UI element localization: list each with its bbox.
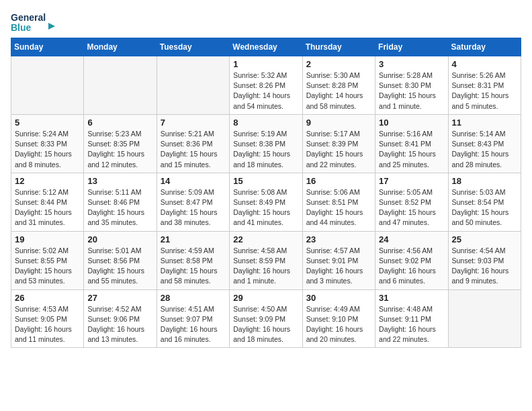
calendar-cell: 4Sunrise: 5:26 AM Sunset: 8:31 PM Daylig… [448, 56, 521, 115]
day-info: Sunrise: 5:17 AM Sunset: 8:39 PM Dayligh… [306, 129, 371, 170]
calendar-header-row: SundayMondayTuesdayWednesdayThursdayFrid… [11, 38, 521, 56]
day-number: 17 [379, 176, 444, 186]
day-info: Sunrise: 4:59 AM Sunset: 8:58 PM Dayligh… [161, 246, 226, 287]
calendar-cell: 20Sunrise: 5:01 AM Sunset: 8:56 PM Dayli… [84, 231, 157, 289]
day-number: 5 [15, 118, 80, 128]
calendar-cell: 16Sunrise: 5:06 AM Sunset: 8:51 PM Dayli… [302, 173, 375, 231]
calendar-cell: 12Sunrise: 5:12 AM Sunset: 8:44 PM Dayli… [11, 173, 84, 231]
day-info: Sunrise: 5:06 AM Sunset: 8:51 PM Dayligh… [306, 187, 371, 228]
day-number: 2 [306, 59, 371, 69]
calendar-week-row: 5Sunrise: 5:24 AM Sunset: 8:33 PM Daylig… [11, 114, 521, 173]
calendar-cell: 2Sunrise: 5:30 AM Sunset: 8:28 PM Daylig… [302, 56, 375, 115]
svg-text:General: General [11, 12, 46, 23]
day-info: Sunrise: 5:09 AM Sunset: 8:47 PM Dayligh… [161, 187, 226, 228]
day-info: Sunrise: 4:51 AM Sunset: 9:07 PM Dayligh… [161, 304, 226, 345]
calendar-week-row: 12Sunrise: 5:12 AM Sunset: 8:44 PM Dayli… [11, 173, 521, 231]
day-info: Sunrise: 5:05 AM Sunset: 8:52 PM Dayligh… [379, 187, 444, 228]
day-number: 29 [233, 293, 298, 303]
calendar-cell: 5Sunrise: 5:24 AM Sunset: 8:33 PM Daylig… [11, 114, 84, 173]
day-number: 18 [452, 176, 517, 186]
day-info: Sunrise: 5:08 AM Sunset: 8:49 PM Dayligh… [233, 187, 298, 228]
calendar-cell: 15Sunrise: 5:08 AM Sunset: 8:49 PM Dayli… [230, 173, 302, 231]
svg-marker-2 [48, 23, 55, 30]
calendar-cell: 6Sunrise: 5:23 AM Sunset: 8:35 PM Daylig… [84, 114, 157, 173]
day-number: 28 [161, 293, 226, 303]
day-header-tuesday: Tuesday [157, 38, 229, 56]
calendar-cell: 28Sunrise: 4:51 AM Sunset: 9:07 PM Dayli… [157, 289, 229, 348]
day-number: 1 [233, 59, 298, 69]
day-info: Sunrise: 5:11 AM Sunset: 8:46 PM Dayligh… [87, 187, 152, 228]
day-header-sunday: Sunday [11, 38, 84, 56]
day-header-thursday: Thursday [302, 38, 375, 56]
day-info: Sunrise: 4:57 AM Sunset: 9:01 PM Dayligh… [306, 246, 371, 287]
calendar-cell: 30Sunrise: 4:49 AM Sunset: 9:10 PM Dayli… [302, 289, 375, 348]
day-number: 6 [87, 118, 152, 128]
day-info: Sunrise: 5:30 AM Sunset: 8:28 PM Dayligh… [306, 71, 371, 111]
calendar-week-row: 19Sunrise: 5:02 AM Sunset: 8:55 PM Dayli… [11, 231, 521, 289]
day-header-wednesday: Wednesday [230, 38, 302, 56]
calendar-cell: 23Sunrise: 4:57 AM Sunset: 9:01 PM Dayli… [302, 231, 375, 289]
day-info: Sunrise: 5:03 AM Sunset: 8:54 PM Dayligh… [452, 187, 517, 228]
day-number: 12 [15, 176, 80, 186]
day-number: 16 [306, 176, 371, 186]
day-number: 7 [161, 118, 226, 128]
day-info: Sunrise: 4:54 AM Sunset: 9:03 PM Dayligh… [452, 246, 517, 287]
day-number: 24 [379, 234, 444, 244]
calendar-cell [448, 289, 521, 348]
day-info: Sunrise: 5:32 AM Sunset: 8:26 PM Dayligh… [233, 71, 298, 111]
day-info: Sunrise: 4:53 AM Sunset: 9:05 PM Dayligh… [15, 304, 80, 345]
calendar-cell: 18Sunrise: 5:03 AM Sunset: 8:54 PM Dayli… [448, 173, 521, 231]
calendar-cell: 26Sunrise: 4:53 AM Sunset: 9:05 PM Dayli… [11, 289, 84, 348]
day-number: 25 [452, 234, 517, 244]
day-number: 8 [233, 118, 298, 128]
calendar-week-row: 26Sunrise: 4:53 AM Sunset: 9:05 PM Dayli… [11, 289, 521, 348]
calendar-cell: 27Sunrise: 4:52 AM Sunset: 9:06 PM Dayli… [84, 289, 157, 348]
day-info: Sunrise: 4:49 AM Sunset: 9:10 PM Dayligh… [306, 304, 371, 345]
day-info: Sunrise: 5:14 AM Sunset: 8:43 PM Dayligh… [452, 129, 517, 170]
day-number: 14 [161, 176, 226, 186]
day-header-saturday: Saturday [448, 38, 521, 56]
calendar-cell: 31Sunrise: 4:48 AM Sunset: 9:11 PM Dayli… [375, 289, 448, 348]
calendar-cell [84, 56, 157, 115]
calendar-cell: 19Sunrise: 5:02 AM Sunset: 8:55 PM Dayli… [11, 231, 84, 289]
day-info: Sunrise: 5:16 AM Sunset: 8:41 PM Dayligh… [379, 129, 444, 170]
calendar-cell: 13Sunrise: 5:11 AM Sunset: 8:46 PM Dayli… [84, 173, 157, 231]
day-number: 3 [379, 59, 444, 69]
calendar-cell: 17Sunrise: 5:05 AM Sunset: 8:52 PM Dayli… [375, 173, 448, 231]
day-info: Sunrise: 5:12 AM Sunset: 8:44 PM Dayligh… [15, 187, 80, 228]
day-info: Sunrise: 5:24 AM Sunset: 8:33 PM Dayligh… [15, 129, 80, 170]
day-info: Sunrise: 5:02 AM Sunset: 8:55 PM Dayligh… [15, 246, 80, 287]
day-info: Sunrise: 4:48 AM Sunset: 9:11 PM Dayligh… [379, 304, 444, 345]
calendar-cell: 24Sunrise: 4:56 AM Sunset: 9:02 PM Dayli… [375, 231, 448, 289]
day-info: Sunrise: 4:50 AM Sunset: 9:09 PM Dayligh… [233, 304, 298, 345]
day-number: 22 [233, 234, 298, 244]
page-header: GeneralBlue [11, 11, 521, 35]
day-number: 20 [87, 234, 152, 244]
calendar-cell: 8Sunrise: 5:19 AM Sunset: 8:38 PM Daylig… [230, 114, 302, 173]
day-info: Sunrise: 5:26 AM Sunset: 8:31 PM Dayligh… [452, 71, 517, 111]
calendar-cell: 10Sunrise: 5:16 AM Sunset: 8:41 PM Dayli… [375, 114, 448, 173]
calendar-cell: 29Sunrise: 4:50 AM Sunset: 9:09 PM Dayli… [230, 289, 302, 348]
day-info: Sunrise: 4:58 AM Sunset: 8:59 PM Dayligh… [233, 246, 298, 287]
calendar-cell: 22Sunrise: 4:58 AM Sunset: 8:59 PM Dayli… [230, 231, 302, 289]
calendar-cell: 25Sunrise: 4:54 AM Sunset: 9:03 PM Dayli… [448, 231, 521, 289]
day-number: 23 [306, 234, 371, 244]
calendar-cell [157, 56, 229, 115]
day-number: 15 [233, 176, 298, 186]
calendar-cell: 14Sunrise: 5:09 AM Sunset: 8:47 PM Dayli… [157, 173, 229, 231]
day-number: 21 [161, 234, 226, 244]
day-number: 27 [87, 293, 152, 303]
day-number: 26 [15, 293, 80, 303]
day-number: 11 [452, 118, 517, 128]
calendar-week-row: 1Sunrise: 5:32 AM Sunset: 8:26 PM Daylig… [11, 56, 521, 115]
calendar-cell: 21Sunrise: 4:59 AM Sunset: 8:58 PM Dayli… [157, 231, 229, 289]
day-info: Sunrise: 4:56 AM Sunset: 9:02 PM Dayligh… [379, 246, 444, 287]
calendar-table: SundayMondayTuesdayWednesdayThursdayFrid… [11, 38, 521, 348]
calendar-cell: 7Sunrise: 5:21 AM Sunset: 8:36 PM Daylig… [157, 114, 229, 173]
day-info: Sunrise: 4:52 AM Sunset: 9:06 PM Dayligh… [87, 304, 152, 345]
day-number: 9 [306, 118, 371, 128]
day-header-monday: Monday [84, 38, 157, 56]
day-number: 19 [15, 234, 80, 244]
day-number: 30 [306, 293, 371, 303]
day-info: Sunrise: 5:19 AM Sunset: 8:38 PM Dayligh… [233, 129, 298, 170]
